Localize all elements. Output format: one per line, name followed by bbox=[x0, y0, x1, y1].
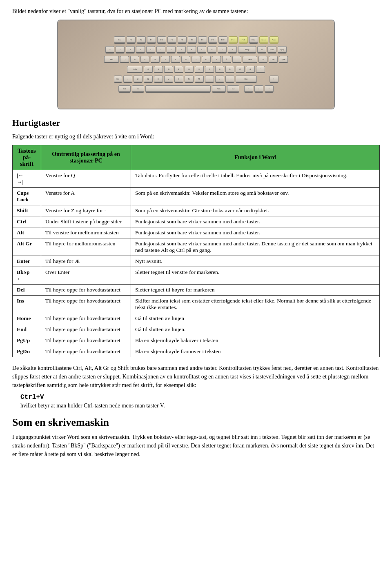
table-cell-func: Skifter mellom tekst som erstatter etter… bbox=[131, 296, 380, 313]
keyboard-image: Esc F1 F2 F3 F4 F5 F6 F7 F8 F9 F10 F11 F… bbox=[57, 20, 335, 109]
kb-comma: , bbox=[205, 76, 214, 83]
table-cell-key: Ins bbox=[13, 296, 41, 313]
table-cell-func: Gå til slutten av linjen. bbox=[131, 324, 380, 335]
kb-f12: F12 bbox=[239, 36, 248, 44]
kb-f: F bbox=[174, 66, 183, 73]
table-cell-place: Venstre for Z og høyre for - bbox=[41, 205, 131, 216]
table-cell-place: Venstre for A bbox=[41, 188, 131, 205]
kb-less: < bbox=[123, 76, 132, 83]
table-cell-func: Sletter tegnet til høyre for markøren bbox=[131, 285, 380, 296]
table-cell-key: Enter bbox=[13, 256, 41, 267]
table-cell-key: |← →| bbox=[13, 170, 41, 188]
kb-oslash: Ø bbox=[236, 66, 245, 73]
kb-n: N bbox=[185, 76, 194, 83]
kb-alt: Alt bbox=[132, 85, 144, 93]
kb-z: Z bbox=[134, 76, 143, 83]
kb-q: Q bbox=[120, 56, 129, 63]
section-hurtigtaster-title: Hurtigtaster bbox=[12, 118, 380, 128]
kb-k: K bbox=[215, 66, 224, 73]
kb-6: 6 bbox=[167, 46, 176, 53]
kb-end: End bbox=[269, 56, 278, 63]
kb-1: 1 bbox=[116, 46, 125, 53]
table-row: BkSp ←Over EnterSletter tegnet til venst… bbox=[13, 267, 380, 285]
kb-f5: F5 bbox=[167, 36, 176, 44]
kb-prtsc: PrtSc bbox=[249, 36, 258, 44]
table-cell-place: Under Shift-tastene på begge sider bbox=[41, 216, 131, 227]
kb-left: ← bbox=[244, 85, 253, 93]
table-cell-func: Bla en skjermhøyde framover i teksten bbox=[131, 346, 380, 357]
table-row: ShiftVenstre for Z og høyre for -Som på … bbox=[13, 205, 380, 216]
table-cell-place: Til høyre oppe for hovedtastaturet bbox=[41, 296, 131, 313]
table-cell-place: Til høyre oppe for hovedtastaturet bbox=[41, 285, 131, 296]
kb-4: 4 bbox=[146, 46, 155, 53]
kb-pause: Pause bbox=[270, 36, 278, 44]
kb-backspace: BkSp bbox=[238, 46, 256, 53]
kb-v: V bbox=[164, 76, 173, 83]
kb-equals: = bbox=[228, 46, 237, 53]
table-cell-key: PgUp bbox=[13, 335, 41, 346]
table-cell-key: Alt bbox=[13, 227, 41, 238]
kb-minus: - bbox=[218, 46, 227, 53]
kb-esc: Esc bbox=[114, 36, 125, 44]
kb-period: . bbox=[215, 76, 224, 83]
table-header-key: Tastens på-skrift bbox=[13, 145, 41, 170]
kb-y: Y bbox=[171, 56, 180, 63]
kb-space bbox=[145, 85, 211, 93]
kb-x: X bbox=[144, 76, 153, 83]
kb-uml: ¨ bbox=[232, 56, 241, 63]
kb-squote: ' bbox=[256, 66, 265, 73]
table-row: PgUpTil høyre oppe for hovedtastaturetBl… bbox=[13, 335, 380, 346]
section-skrivemaskin-title: Som en skrivemaskin bbox=[12, 416, 380, 429]
table-header-place: Omtrentlig plassering på en stasjonær PC bbox=[41, 145, 131, 170]
table-cell-key: BkSp ← bbox=[13, 267, 41, 285]
ctrl-example: Ctrl+V bbox=[20, 394, 380, 401]
table-cell-key: Alt Gr bbox=[13, 238, 41, 256]
table-cell-key: Caps Lock bbox=[13, 188, 41, 205]
table-cell-func: Som på en skrivemaskin: Gir store boksta… bbox=[131, 205, 380, 216]
table-row: |← →|Venstre for QTabulator. Forflytter … bbox=[13, 170, 380, 188]
kb-i: I bbox=[192, 56, 200, 63]
kb-9: 9 bbox=[197, 46, 206, 53]
kb-down: ↓ bbox=[254, 85, 263, 93]
kb-f6: F6 bbox=[178, 36, 187, 44]
kb-b: B bbox=[174, 76, 183, 83]
kb-8: 8 bbox=[187, 46, 196, 53]
table-cell-func: Funksjonstast som bare virker sammen med… bbox=[131, 227, 380, 238]
table-cell-key: Home bbox=[13, 313, 41, 324]
kb-3: 3 bbox=[136, 46, 145, 53]
table-cell-place: Til høyre oppe for hovedtastaturet bbox=[41, 335, 131, 346]
table-row: EnterTil høyre for ÆNytt avsnitt. bbox=[13, 256, 380, 267]
table-cell-place: Over Enter bbox=[41, 267, 131, 285]
table-cell-place: Til høyre for Æ bbox=[41, 256, 131, 267]
kb-d: D bbox=[164, 66, 173, 73]
shortcuts-table: Tastens på-skrift Omtrentlig plassering … bbox=[12, 145, 380, 357]
table-row: CtrlUnder Shift-tastene på begge siderFu… bbox=[13, 216, 380, 227]
kb-e: E bbox=[140, 56, 149, 63]
table-cell-place: Venstre for Q bbox=[41, 170, 131, 188]
table-row: InsTil høyre oppe for hovedtastaturetSki… bbox=[13, 296, 380, 313]
table-header-func: Funksjon i Word bbox=[131, 145, 380, 170]
kb-t: T bbox=[161, 56, 170, 63]
table-cell-place: Til høyre oppe for hovedtastaturet bbox=[41, 346, 131, 357]
kb-f2: F2 bbox=[137, 36, 146, 44]
kb-h: H bbox=[195, 66, 204, 73]
kb-f8: F8 bbox=[198, 36, 207, 44]
kb-5: 5 bbox=[156, 46, 165, 53]
kb-capslock: CpsLk bbox=[127, 66, 143, 73]
table-row: EndTil høyre oppe for hovedtastaturetGå … bbox=[13, 324, 380, 335]
hurtigtaster-desc: Følgende taster er nyttig og til dels på… bbox=[12, 132, 380, 141]
table-cell-func: Funksjonstast som bare virker sammen med… bbox=[131, 216, 380, 227]
kb-f11: F11 bbox=[229, 36, 238, 44]
kb-s: S bbox=[154, 66, 163, 73]
table-cell-key: Shift bbox=[13, 205, 41, 216]
kb-slash: - bbox=[225, 76, 234, 83]
kb-up: ↑ bbox=[270, 76, 278, 83]
table-cell-func: Sletter tegnet til venstre for markøren. bbox=[131, 267, 380, 285]
kb-o: O bbox=[202, 56, 211, 63]
kb-m: M bbox=[195, 76, 204, 83]
kb-u: U bbox=[181, 56, 190, 63]
table-cell-func: Gå til starten av linjen bbox=[131, 313, 380, 324]
kb-lshift: Shft bbox=[114, 76, 122, 83]
kb-altgr: AltGr bbox=[212, 85, 226, 93]
kb-f4: F4 bbox=[157, 36, 166, 44]
